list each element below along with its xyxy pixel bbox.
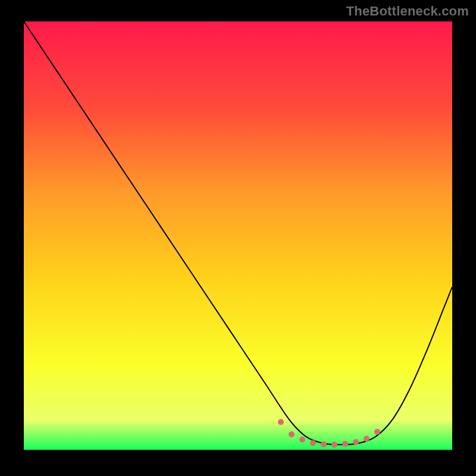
optimal-region-dots xyxy=(24,21,452,450)
svg-point-1 xyxy=(278,419,284,425)
svg-point-3 xyxy=(299,437,305,443)
watermark-text: TheBottleneck.com xyxy=(346,4,469,19)
chart-container: TheBottleneck.com xyxy=(0,0,476,476)
svg-point-7 xyxy=(342,441,348,447)
svg-point-4 xyxy=(310,440,316,446)
svg-point-8 xyxy=(353,439,359,445)
svg-point-10 xyxy=(374,429,380,435)
plot-area xyxy=(24,21,452,450)
svg-point-9 xyxy=(364,436,369,441)
svg-point-5 xyxy=(321,441,327,447)
svg-point-2 xyxy=(289,431,295,437)
svg-point-6 xyxy=(331,441,337,447)
